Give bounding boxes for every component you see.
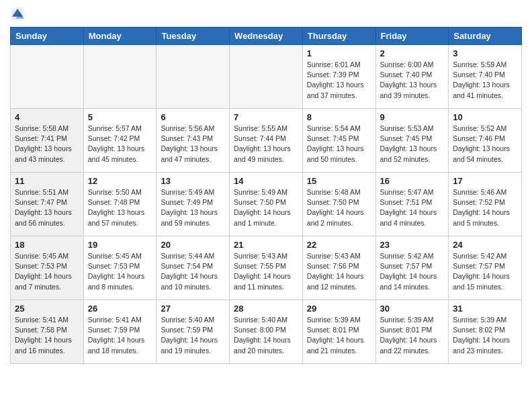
calendar-cell: 30Sunrise: 5:39 AM Sunset: 8:01 PM Dayli… <box>375 300 449 364</box>
day-number: 14 <box>234 176 298 186</box>
weekday-header-tuesday: Tuesday <box>157 28 230 45</box>
day-number: 23 <box>380 240 445 250</box>
cell-info: Sunrise: 5:44 AM Sunset: 7:54 PM Dayligh… <box>161 251 225 292</box>
cell-info: Sunrise: 5:49 AM Sunset: 7:49 PM Dayligh… <box>161 187 225 228</box>
day-number: 10 <box>453 112 517 122</box>
calendar-cell: 11Sunrise: 5:51 AM Sunset: 7:47 PM Dayli… <box>11 173 84 236</box>
calendar-cell: 12Sunrise: 5:50 AM Sunset: 7:48 PM Dayli… <box>83 173 157 236</box>
week-row-1: 1Sunrise: 6:01 AM Sunset: 7:39 PM Daylig… <box>11 45 522 109</box>
calendar-cell: 21Sunrise: 5:43 AM Sunset: 7:55 PM Dayli… <box>230 236 303 300</box>
cell-info: Sunrise: 5:51 AM Sunset: 7:47 PM Dayligh… <box>15 187 79 228</box>
calendar-cell: 13Sunrise: 5:49 AM Sunset: 7:49 PM Dayli… <box>157 173 230 236</box>
calendar-body: 1Sunrise: 6:01 AM Sunset: 7:39 PM Daylig… <box>11 45 522 364</box>
calendar-cell: 20Sunrise: 5:44 AM Sunset: 7:54 PM Dayli… <box>157 236 230 300</box>
day-number: 3 <box>453 48 517 58</box>
calendar-cell: 22Sunrise: 5:43 AM Sunset: 7:56 PM Dayli… <box>302 236 375 300</box>
day-number: 28 <box>234 304 298 314</box>
day-number: 13 <box>161 176 225 186</box>
calendar-cell: 1Sunrise: 6:01 AM Sunset: 7:39 PM Daylig… <box>302 45 375 109</box>
cell-info: Sunrise: 5:43 AM Sunset: 7:56 PM Dayligh… <box>307 251 371 292</box>
day-number: 22 <box>307 240 371 250</box>
weekday-header-row: SundayMondayTuesdayWednesdayThursdayFrid… <box>11 28 522 45</box>
calendar-cell: 27Sunrise: 5:40 AM Sunset: 7:59 PM Dayli… <box>157 300 230 364</box>
header <box>10 7 522 21</box>
weekday-header-sunday: Sunday <box>11 28 84 45</box>
cell-info: Sunrise: 5:55 AM Sunset: 7:44 PM Dayligh… <box>234 124 298 165</box>
calendar-cell: 26Sunrise: 5:41 AM Sunset: 7:59 PM Dayli… <box>83 300 157 364</box>
day-number: 26 <box>88 304 152 314</box>
week-row-3: 11Sunrise: 5:51 AM Sunset: 7:47 PM Dayli… <box>11 173 522 236</box>
cell-info: Sunrise: 5:39 AM Sunset: 8:01 PM Dayligh… <box>380 315 445 356</box>
week-row-5: 25Sunrise: 5:41 AM Sunset: 7:58 PM Dayli… <box>11 300 522 364</box>
calendar-table: SundayMondayTuesdayWednesdayThursdayFrid… <box>10 27 522 364</box>
cell-info: Sunrise: 5:39 AM Sunset: 8:02 PM Dayligh… <box>453 315 517 356</box>
cell-info: Sunrise: 5:39 AM Sunset: 8:01 PM Dayligh… <box>307 315 371 356</box>
calendar-cell <box>83 45 157 109</box>
day-number: 29 <box>307 304 371 314</box>
cell-info: Sunrise: 5:59 AM Sunset: 7:40 PM Dayligh… <box>453 60 517 101</box>
day-number: 7 <box>234 112 298 122</box>
calendar-cell: 9Sunrise: 5:53 AM Sunset: 7:45 PM Daylig… <box>375 109 449 173</box>
day-number: 6 <box>161 112 225 122</box>
cell-info: Sunrise: 5:58 AM Sunset: 7:41 PM Dayligh… <box>15 124 79 165</box>
cell-info: Sunrise: 5:57 AM Sunset: 7:42 PM Dayligh… <box>88 124 152 165</box>
day-number: 9 <box>380 112 445 122</box>
day-number: 16 <box>380 176 445 186</box>
cell-info: Sunrise: 5:52 AM Sunset: 7:46 PM Dayligh… <box>453 124 517 165</box>
day-number: 11 <box>15 176 79 186</box>
cell-info: Sunrise: 6:00 AM Sunset: 7:40 PM Dayligh… <box>380 60 445 101</box>
day-number: 15 <box>307 176 371 186</box>
cell-info: Sunrise: 5:45 AM Sunset: 7:53 PM Dayligh… <box>15 251 79 292</box>
weekday-header-saturday: Saturday <box>449 28 522 45</box>
cell-info: Sunrise: 5:41 AM Sunset: 7:58 PM Dayligh… <box>15 315 79 356</box>
calendar-cell <box>11 45 84 109</box>
calendar-cell <box>230 45 303 109</box>
logo <box>10 7 28 21</box>
cell-info: Sunrise: 6:01 AM Sunset: 7:39 PM Dayligh… <box>307 60 371 101</box>
weekday-header-thursday: Thursday <box>302 28 375 45</box>
calendar-cell: 4Sunrise: 5:58 AM Sunset: 7:41 PM Daylig… <box>11 109 84 173</box>
calendar-cell <box>157 45 230 109</box>
calendar-cell: 24Sunrise: 5:42 AM Sunset: 7:57 PM Dayli… <box>449 236 522 300</box>
cell-info: Sunrise: 5:41 AM Sunset: 7:59 PM Dayligh… <box>88 315 152 356</box>
calendar-cell: 18Sunrise: 5:45 AM Sunset: 7:53 PM Dayli… <box>11 236 84 300</box>
calendar-cell: 31Sunrise: 5:39 AM Sunset: 8:02 PM Dayli… <box>449 300 522 364</box>
day-number: 21 <box>234 240 298 250</box>
cell-info: Sunrise: 5:42 AM Sunset: 7:57 PM Dayligh… <box>453 251 517 292</box>
cell-info: Sunrise: 5:54 AM Sunset: 7:45 PM Dayligh… <box>307 124 371 165</box>
logo-icon <box>10 7 25 21</box>
calendar-cell: 5Sunrise: 5:57 AM Sunset: 7:42 PM Daylig… <box>83 109 157 173</box>
cell-info: Sunrise: 5:40 AM Sunset: 7:59 PM Dayligh… <box>161 315 225 356</box>
calendar-cell: 28Sunrise: 5:40 AM Sunset: 8:00 PM Dayli… <box>230 300 303 364</box>
calendar-cell: 7Sunrise: 5:55 AM Sunset: 7:44 PM Daylig… <box>230 109 303 173</box>
cell-info: Sunrise: 5:50 AM Sunset: 7:48 PM Dayligh… <box>88 187 152 228</box>
day-number: 1 <box>307 48 371 58</box>
day-number: 31 <box>453 304 517 314</box>
calendar-cell: 14Sunrise: 5:49 AM Sunset: 7:50 PM Dayli… <box>230 173 303 236</box>
day-number: 8 <box>307 112 371 122</box>
day-number: 24 <box>453 240 517 250</box>
calendar-cell: 2Sunrise: 6:00 AM Sunset: 7:40 PM Daylig… <box>375 45 449 109</box>
calendar-cell: 17Sunrise: 5:46 AM Sunset: 7:52 PM Dayli… <box>449 173 522 236</box>
calendar-cell: 19Sunrise: 5:45 AM Sunset: 7:53 PM Dayli… <box>83 236 157 300</box>
day-number: 18 <box>15 240 79 250</box>
day-number: 19 <box>88 240 152 250</box>
day-number: 20 <box>161 240 225 250</box>
cell-info: Sunrise: 5:49 AM Sunset: 7:50 PM Dayligh… <box>234 187 298 228</box>
calendar-cell: 23Sunrise: 5:42 AM Sunset: 7:57 PM Dayli… <box>375 236 449 300</box>
weekday-header-friday: Friday <box>375 28 449 45</box>
cell-info: Sunrise: 5:40 AM Sunset: 8:00 PM Dayligh… <box>234 315 298 356</box>
weekday-header-wednesday: Wednesday <box>230 28 303 45</box>
day-number: 17 <box>453 176 517 186</box>
day-number: 27 <box>161 304 225 314</box>
weekday-header-monday: Monday <box>83 28 157 45</box>
day-number: 12 <box>88 176 152 186</box>
day-number: 5 <box>88 112 152 122</box>
cell-info: Sunrise: 5:53 AM Sunset: 7:45 PM Dayligh… <box>380 124 445 165</box>
week-row-2: 4Sunrise: 5:58 AM Sunset: 7:41 PM Daylig… <box>11 109 522 173</box>
day-number: 4 <box>15 112 79 122</box>
day-number: 2 <box>380 48 445 58</box>
calendar-cell: 10Sunrise: 5:52 AM Sunset: 7:46 PM Dayli… <box>449 109 522 173</box>
calendar-cell: 29Sunrise: 5:39 AM Sunset: 8:01 PM Dayli… <box>302 300 375 364</box>
calendar-cell: 3Sunrise: 5:59 AM Sunset: 7:40 PM Daylig… <box>449 45 522 109</box>
